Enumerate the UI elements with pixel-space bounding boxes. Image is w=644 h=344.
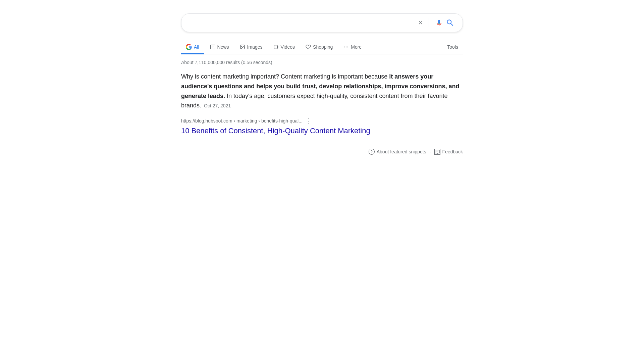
about-snippets-label: About featured snippets	[377, 149, 426, 154]
snippet-text-normal: Why is content marketing important? Cont…	[181, 73, 389, 80]
tab-all-label: All	[194, 44, 199, 50]
about-snippets-button[interactable]: ? About featured snippets	[369, 149, 426, 155]
search-icon	[446, 18, 454, 27]
nav-tabs: All News Images	[181, 40, 463, 54]
svg-marker-7	[277, 46, 278, 48]
tab-videos-label: Videos	[281, 44, 295, 50]
svg-point-8	[344, 47, 345, 48]
images-icon	[240, 44, 245, 50]
result-url-text: https://blog.hubspot.com › marketing › b…	[181, 118, 303, 124]
voice-search-button[interactable]	[434, 17, 444, 28]
svg-point-9	[346, 47, 347, 48]
feedback-button[interactable]: Feedback	[434, 149, 463, 155]
tab-news[interactable]: News	[205, 41, 234, 54]
result-title-link[interactable]: 10 Benefits of Consistent, High-Quality …	[181, 127, 370, 135]
results-count: About 7,110,000,000 results (0.56 second…	[181, 60, 463, 65]
clear-button[interactable]: ×	[417, 18, 424, 28]
search-input[interactable]: why is content marketing important	[188, 19, 417, 27]
svg-point-10	[347, 47, 348, 48]
info-icon: ?	[369, 149, 375, 155]
tab-more[interactable]: More	[339, 41, 366, 54]
google-icon	[186, 44, 192, 50]
microphone-icon	[435, 19, 443, 27]
feedback-label: Feedback	[442, 149, 463, 154]
tab-images[interactable]: Images	[235, 41, 267, 54]
tab-shopping[interactable]: Shopping	[301, 41, 337, 54]
result-options-button[interactable]: ⋮	[305, 117, 312, 125]
tab-all[interactable]: All	[181, 41, 204, 54]
news-icon	[210, 44, 215, 50]
result-url-row: https://blog.hubspot.com › marketing › b…	[181, 117, 463, 125]
tab-images-label: Images	[247, 44, 263, 50]
tab-more-label: More	[351, 44, 362, 50]
svg-rect-11	[435, 150, 440, 153]
more-icon	[343, 44, 349, 50]
shopping-icon	[306, 44, 311, 50]
search-button[interactable]	[444, 17, 456, 29]
dot-separator: ·	[430, 149, 431, 154]
bottom-bar: ? About featured snippets · Feedback	[181, 143, 463, 160]
snippet-date: Oct 27, 2021	[204, 103, 231, 108]
search-bar-divider	[429, 18, 429, 28]
svg-rect-6	[274, 45, 277, 49]
search-bar: why is content marketing important ×	[181, 13, 463, 32]
svg-point-5	[241, 46, 242, 47]
videos-icon	[273, 44, 279, 50]
featured-snippet: Why is content marketing important? Cont…	[181, 72, 463, 110]
tab-news-label: News	[217, 44, 229, 50]
tools-button[interactable]: Tools	[442, 41, 463, 54]
feedback-icon	[434, 149, 440, 155]
tab-shopping-label: Shopping	[313, 44, 333, 50]
tab-videos[interactable]: Videos	[269, 41, 300, 54]
close-icon: ×	[418, 19, 423, 27]
